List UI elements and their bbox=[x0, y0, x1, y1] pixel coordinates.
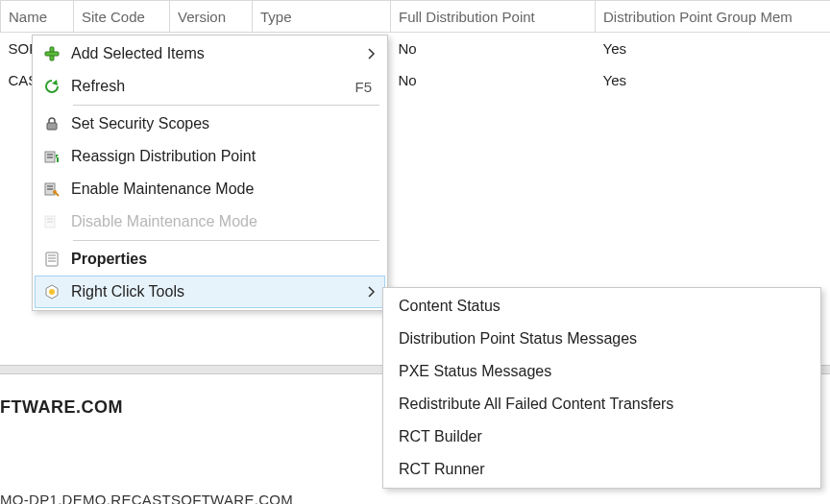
submenu-content-status[interactable]: Content Status bbox=[385, 290, 818, 323]
menu-set-security-scopes[interactable]: Set Security Scopes bbox=[35, 108, 385, 140]
server-wrench-off-icon bbox=[38, 213, 65, 230]
server-wrench-icon bbox=[38, 180, 65, 198]
svg-rect-13 bbox=[47, 221, 53, 223]
menu-label: Disable Maintenance Mode bbox=[71, 213, 376, 230]
menu-refresh[interactable]: Refresh F5 bbox=[35, 70, 385, 103]
menu-label: RCT Builder bbox=[399, 428, 809, 445]
svg-rect-6 bbox=[57, 157, 59, 162]
menu-label: Add Selected Items bbox=[71, 45, 358, 62]
col-full-dp[interactable]: Full Distribution Point bbox=[391, 1, 596, 33]
menu-label: Set Security Scopes bbox=[71, 115, 376, 132]
details-title: FTWARE.COM bbox=[0, 397, 123, 418]
submenu-redistribute-failed[interactable]: Redistribute All Failed Content Transfer… bbox=[385, 388, 818, 420]
menu-label: Distribution Point Status Messages bbox=[399, 330, 809, 348]
menu-right-click-tools[interactable]: Right Click Tools bbox=[35, 276, 385, 308]
col-name[interactable]: Name bbox=[1, 1, 74, 33]
menu-label: Properties bbox=[71, 251, 376, 268]
col-site-code[interactable]: Site Code bbox=[74, 1, 170, 33]
svg-rect-4 bbox=[47, 154, 53, 156]
plus-icon bbox=[38, 45, 65, 62]
svg-rect-5 bbox=[47, 156, 53, 158]
col-type[interactable]: Type bbox=[253, 1, 391, 33]
menu-label: PXE Status Messages bbox=[399, 363, 809, 380]
menu-disable-maintenance: Disable Maintenance Mode bbox=[35, 205, 385, 238]
rct-hex-icon bbox=[38, 283, 65, 300]
submenu-rct-runner[interactable]: RCT Runner bbox=[385, 453, 818, 486]
menu-label: Right Click Tools bbox=[71, 283, 358, 300]
svg-point-10 bbox=[53, 190, 57, 194]
svg-rect-8 bbox=[47, 185, 53, 187]
menu-label: Enable Maintenance Mode bbox=[71, 180, 376, 198]
svg-rect-1 bbox=[45, 52, 59, 56]
menu-properties[interactable]: Properties bbox=[35, 243, 385, 276]
menu-label: Reassign Distribution Point bbox=[71, 148, 376, 165]
col-dp-group[interactable]: Distribution Point Group Mem bbox=[596, 1, 831, 33]
submenu-rct-builder[interactable]: RCT Builder bbox=[385, 420, 818, 453]
context-menu[interactable]: Add Selected Items Refresh F5 Set Securi… bbox=[32, 35, 388, 311]
cell-group: Yes bbox=[596, 64, 831, 96]
svg-rect-2 bbox=[47, 123, 57, 130]
submenu-arrow-icon bbox=[368, 286, 376, 298]
menu-enable-maintenance[interactable]: Enable Maintenance Mode bbox=[35, 173, 385, 205]
submenu-dp-status-messages[interactable]: Distribution Point Status Messages bbox=[385, 323, 818, 355]
details-subtitle: MO-DP1.DEMO.RECASTSOFTWARE.COM bbox=[0, 492, 293, 504]
menu-separator bbox=[73, 105, 379, 106]
menu-reassign-dp[interactable]: Reassign Distribution Point bbox=[35, 140, 385, 173]
svg-rect-9 bbox=[47, 188, 53, 190]
cell-group: Yes bbox=[596, 33, 831, 64]
svg-rect-12 bbox=[47, 218, 53, 220]
submenu-pxe-status-messages[interactable]: PXE Status Messages bbox=[385, 355, 818, 388]
header-row[interactable]: Name Site Code Version Type Full Distrib… bbox=[1, 1, 831, 33]
menu-label: Content Status bbox=[399, 298, 809, 315]
menu-accelerator: F5 bbox=[354, 79, 372, 95]
col-version[interactable]: Version bbox=[170, 1, 253, 33]
svg-point-19 bbox=[49, 289, 55, 295]
cell-fulldp: No bbox=[391, 64, 596, 96]
submenu-arrow-icon bbox=[368, 48, 376, 60]
menu-separator bbox=[73, 240, 379, 241]
server-up-icon bbox=[38, 148, 65, 165]
rct-submenu[interactable]: Content Status Distribution Point Status… bbox=[382, 287, 821, 489]
properties-icon bbox=[38, 251, 65, 268]
menu-label: Refresh bbox=[71, 78, 354, 95]
menu-label: RCT Runner bbox=[399, 461, 809, 478]
menu-add-selected-items[interactable]: Add Selected Items bbox=[35, 37, 385, 70]
svg-rect-14 bbox=[46, 252, 58, 266]
cell-fulldp: No bbox=[391, 33, 596, 64]
lock-icon bbox=[38, 115, 65, 132]
refresh-icon bbox=[38, 78, 65, 95]
menu-label: Redistribute All Failed Content Transfer… bbox=[399, 396, 809, 413]
